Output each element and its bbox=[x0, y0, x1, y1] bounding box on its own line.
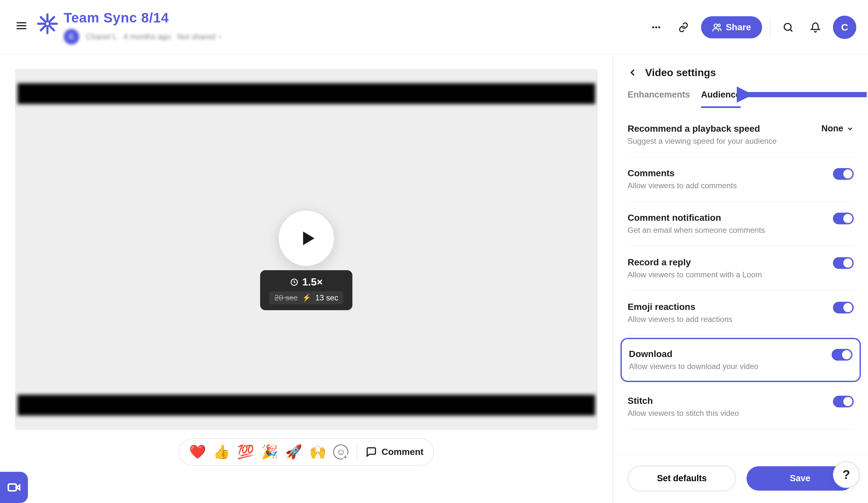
setting-stitch: Stitch Allow viewers to stitch this vide… bbox=[628, 385, 854, 429]
bolt-icon: ⚡ bbox=[302, 294, 311, 302]
settings-list: Recommend a playback speed Suggest a vie… bbox=[613, 108, 868, 455]
copy-link-button[interactable] bbox=[674, 18, 693, 37]
original-duration: 20 sec bbox=[275, 293, 298, 302]
setting-comment-notification: Comment notification Get an email when s… bbox=[628, 202, 854, 246]
toggle-comments[interactable] bbox=[833, 168, 854, 180]
video-player[interactable]: 1.5× 20 sec ⚡ 13 sec bbox=[15, 69, 598, 430]
sidebar-footer: Set defaults Save bbox=[613, 455, 868, 503]
link-icon bbox=[678, 22, 689, 32]
emoji-party[interactable]: 🎉 bbox=[261, 445, 278, 459]
setting-emoji-reactions: Emoji reactions Allow viewers to add rea… bbox=[628, 291, 854, 335]
emoji-heart[interactable]: ❤️ bbox=[189, 445, 206, 459]
sidebar-title: Video settings bbox=[645, 67, 716, 79]
record-fab[interactable] bbox=[0, 472, 28, 503]
setting-download: Download Allow viewers to download your … bbox=[620, 338, 861, 382]
tab-enhancements[interactable]: Enhancements bbox=[628, 90, 690, 108]
comment-icon bbox=[366, 446, 377, 457]
share-button[interactable]: Share bbox=[701, 16, 762, 38]
emoji-thumbs-up[interactable]: 👍 bbox=[213, 445, 230, 459]
setting-desc: Allow viewers to comment with a Loom bbox=[628, 270, 762, 279]
svg-point-8 bbox=[46, 22, 49, 25]
share-label: Share bbox=[726, 22, 751, 32]
back-button[interactable] bbox=[626, 66, 639, 79]
setting-label: Recommend a playback speed bbox=[628, 123, 777, 134]
video-main: 1.5× 20 sec ⚡ 13 sec ❤️ 👍 💯 🎉 🚀 🙌 bbox=[0, 54, 613, 503]
comment-label: Comment bbox=[381, 447, 423, 457]
hamburger-menu-button[interactable] bbox=[12, 16, 31, 37]
setting-desc: Get an email when someone comments bbox=[628, 226, 765, 235]
setting-comments: Comments Allow viewers to add comments bbox=[628, 157, 854, 202]
tab-audience[interactable]: Audience bbox=[701, 90, 741, 108]
search-button[interactable] bbox=[778, 18, 798, 37]
svg-line-15 bbox=[790, 29, 792, 31]
chevron-down-icon bbox=[217, 34, 223, 39]
speed-tooltip: 1.5× 20 sec ⚡ 13 sec bbox=[260, 270, 352, 310]
emoji-raised-hands[interactable]: 🙌 bbox=[309, 445, 326, 459]
setting-label: Comments bbox=[628, 168, 737, 179]
user-avatar[interactable]: C bbox=[833, 16, 856, 39]
bell-icon bbox=[810, 22, 820, 32]
author-avatar[interactable]: C bbox=[64, 29, 79, 44]
video-meta: C Chanel L 4 months ago Not shared bbox=[64, 29, 223, 44]
toggle-record-reply[interactable] bbox=[833, 257, 854, 269]
playback-speed-select[interactable]: None bbox=[822, 123, 854, 134]
app-logo[interactable] bbox=[37, 13, 58, 34]
more-options-button[interactable] bbox=[647, 18, 666, 37]
setting-label: Download bbox=[629, 349, 758, 359]
clock-icon bbox=[290, 278, 298, 286]
emoji-100[interactable]: 💯 bbox=[237, 445, 254, 459]
svg-point-12 bbox=[714, 24, 717, 27]
setting-desc: Suggest a viewing speed for your audienc… bbox=[628, 137, 777, 146]
new-duration: 13 sec bbox=[316, 293, 339, 302]
emoji-rocket[interactable]: 🚀 bbox=[285, 445, 302, 459]
author-name: Chanel L bbox=[86, 32, 117, 41]
toggle-download[interactable] bbox=[831, 349, 852, 361]
setting-playback-speed: Recommend a playback speed Suggest a vie… bbox=[628, 114, 854, 157]
setting-label: Emoji reactions bbox=[628, 302, 733, 312]
toggle-comment-notification[interactable] bbox=[833, 213, 854, 224]
more-horizontal-icon bbox=[651, 22, 661, 32]
video-camera-icon bbox=[7, 481, 21, 494]
svg-point-10 bbox=[655, 26, 657, 28]
setting-record-reply: Record a reply Allow viewers to comment … bbox=[628, 246, 854, 291]
divider bbox=[770, 20, 771, 35]
setting-label: Stitch bbox=[628, 396, 739, 406]
comment-button[interactable]: Comment bbox=[366, 446, 423, 457]
svg-point-13 bbox=[718, 24, 721, 27]
loom-logo-icon bbox=[37, 13, 58, 34]
play-icon bbox=[299, 229, 317, 248]
setting-desc: Allow viewers to download your video bbox=[629, 362, 758, 371]
emoji-reaction-bar: ❤️ 👍 💯 🎉 🚀 🙌 ☺ Comment bbox=[179, 438, 434, 466]
setting-label: Record a reply bbox=[628, 257, 762, 268]
add-emoji-button[interactable]: ☺ bbox=[333, 444, 348, 460]
shared-status[interactable]: Not shared bbox=[177, 32, 223, 41]
play-button[interactable] bbox=[279, 211, 334, 266]
speed-value: 1.5× bbox=[302, 276, 323, 288]
header: Team Sync 8/14 C Chanel L 4 months ago N… bbox=[0, 0, 868, 54]
chevron-down-icon bbox=[847, 125, 854, 132]
annotation-arrow bbox=[737, 86, 867, 103]
video-title[interactable]: Team Sync 8/14 bbox=[64, 10, 223, 26]
setting-desc: Allow viewers to add reactions bbox=[628, 315, 733, 324]
toggle-stitch[interactable] bbox=[833, 396, 854, 408]
svg-point-11 bbox=[659, 26, 660, 28]
help-button[interactable]: ? bbox=[833, 461, 859, 488]
settings-tabs: Enhancements Audience bbox=[613, 83, 868, 108]
hamburger-icon bbox=[16, 20, 27, 31]
toggle-emoji-reactions[interactable] bbox=[833, 302, 854, 313]
search-icon bbox=[783, 22, 793, 32]
chevron-left-icon bbox=[628, 68, 637, 77]
svg-point-9 bbox=[652, 26, 654, 28]
video-settings-sidebar: Video settings Enhancements Audience Rec… bbox=[613, 54, 868, 503]
set-defaults-button[interactable]: Set defaults bbox=[628, 466, 736, 491]
time-ago: 4 months ago bbox=[123, 32, 170, 41]
shared-label: Not shared bbox=[177, 32, 215, 41]
svg-marker-16 bbox=[303, 231, 314, 245]
setting-label: Comment notification bbox=[628, 213, 765, 223]
notifications-button[interactable] bbox=[806, 18, 825, 37]
divider bbox=[357, 444, 357, 460]
people-icon bbox=[712, 22, 722, 32]
select-value: None bbox=[822, 123, 844, 134]
setting-desc: Allow viewers to stitch this video bbox=[628, 409, 739, 418]
setting-desc: Allow viewers to add comments bbox=[628, 181, 737, 190]
